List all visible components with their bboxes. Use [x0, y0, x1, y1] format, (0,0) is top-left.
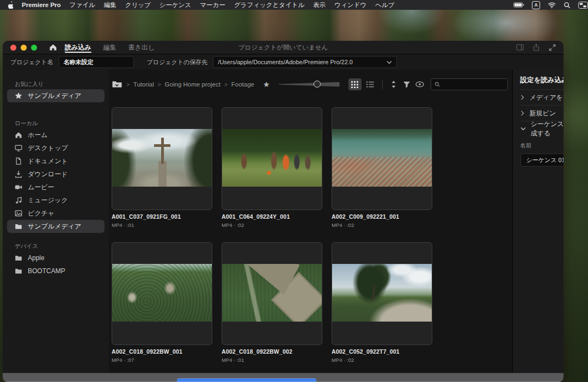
menu-graphics-titles[interactable]: グラフィックとタイトル [234, 1, 304, 9]
sidebar-item-bootcamp-device[interactable]: BOOTCAMP [7, 264, 105, 278]
folder-icon [15, 223, 22, 230]
sidebar-item-documents[interactable]: ドキュメント [7, 155, 105, 168]
slider-track[interactable] [279, 82, 340, 87]
sidebar-item-sample-media[interactable]: サンプルメディア [7, 220, 105, 233]
list-view-button[interactable] [364, 78, 377, 90]
media-card[interactable] [112, 107, 212, 210]
project-location-dropdown[interactable]: /Users/apple/Documents/Adobe/Premiere Pr… [213, 56, 397, 68]
premiere-pro-window: 読み込み 編集 書き出し プロジェクトが開いていません プロジェクト名 名称未設… [3, 41, 564, 382]
sidebar-item-sample-media-favorite[interactable]: サンプルメディア [7, 89, 105, 102]
menu-help[interactable]: ヘルプ [375, 1, 394, 9]
clip-name: A001_C064_09224Y_001 [222, 213, 322, 220]
chevron-right-icon[interactable] [520, 110, 525, 116]
menu-view[interactable]: 表示 [313, 1, 326, 9]
control-center-icon[interactable] [578, 2, 588, 9]
sort-button[interactable] [387, 78, 400, 90]
sidebar-item-label: ミュージック [28, 196, 68, 205]
sidebar: お気に入り サンプルメディア ローカル ホーム デスクトップ ドキュメント ダ [3, 70, 109, 373]
sidebar-item-music[interactable]: ミュージック [7, 194, 105, 207]
thumbnail-aerial-jungle-ruins [112, 264, 212, 322]
preview-toggle-button[interactable] [413, 78, 426, 90]
media-card[interactable] [332, 242, 432, 345]
tab-export[interactable]: 書き出し [128, 41, 155, 54]
search-input[interactable] [443, 81, 504, 88]
media-card[interactable] [332, 107, 432, 210]
fullscreen-icon[interactable] [549, 44, 556, 51]
breadcrumb-separator: > [224, 82, 228, 88]
media-cell: A002_C018_0922BW_001 MP4 · :07 [112, 242, 212, 363]
breadcrumb-footage[interactable]: Footage [231, 81, 254, 88]
sidebar-item-pictures[interactable]: ピクチャ [7, 207, 105, 220]
battery-icon[interactable] [513, 2, 524, 8]
toolbar-divider [382, 79, 383, 89]
folder-icon [15, 267, 22, 275]
tab-import[interactable]: 読み込み [65, 41, 91, 54]
minimize-button[interactable] [21, 45, 27, 51]
sequence-name-input[interactable]: シーケンス 01 [520, 153, 564, 167]
menu-sequence[interactable]: シーケンス [160, 1, 192, 9]
list-view-icon [366, 81, 374, 88]
chevron-right-icon[interactable] [520, 95, 525, 100]
media-cell: A001_C037_0921FG_001 MP4 · :01 [112, 107, 212, 228]
clip-name: A002_C009_092221_001 [332, 213, 432, 220]
slider-knob[interactable] [314, 81, 321, 88]
clip-name: A002_C018_0922BW_002 [222, 348, 322, 355]
sequence-name-label: 名前 [520, 142, 564, 150]
thumbnail-size-slider[interactable] [279, 80, 340, 89]
home-button[interactable] [49, 44, 57, 51]
menu-marker[interactable]: マーカー [200, 1, 225, 9]
menubar-app-name[interactable]: Premiere Pro [22, 2, 61, 8]
tab-edit[interactable]: 編集 [103, 41, 117, 54]
sidebar-section-devices: デバイス [3, 241, 109, 251]
menu-window[interactable]: ウィンドウ [334, 1, 366, 9]
setting-label: メディアをコピー [530, 93, 564, 102]
search-field[interactable] [431, 78, 508, 90]
media-card[interactable] [222, 242, 322, 345]
media-browser: > Tutorial > Going Home project > Footag… [109, 70, 512, 373]
sort-icon [390, 81, 397, 88]
setting-new-bin: 新規ビン [520, 105, 564, 121]
sidebar-item-home[interactable]: ホーム [7, 128, 105, 141]
share-icon[interactable] [532, 44, 540, 51]
sidebar-item-downloads[interactable]: ダウンロード [7, 168, 105, 181]
breadcrumb-tutorial[interactable]: Tutorial [133, 81, 154, 88]
clip-meta: MP4 · :02 [222, 222, 322, 228]
import-button[interactable] [177, 379, 316, 382]
chevron-down-icon[interactable] [520, 127, 526, 131]
project-location-value: /Users/apple/Documents/Adobe/Premiere Pr… [218, 59, 353, 65]
sidebar-item-label: ムービー [28, 183, 54, 192]
menu-clip[interactable]: クリップ [125, 1, 151, 9]
project-name-input[interactable]: 名称未設定 [59, 56, 134, 68]
breadcrumb-going-home-project[interactable]: Going Home project [165, 81, 220, 88]
grid-view-button[interactable] [348, 78, 362, 90]
clip-meta: MP4 · :02 [332, 357, 432, 363]
media-card[interactable] [112, 242, 212, 345]
media-folder-icon[interactable] [112, 80, 122, 89]
sidebar-item-label: ドキュメント [28, 157, 68, 166]
input-source-icon[interactable]: A [532, 1, 540, 9]
sidebar-item-apple-device[interactable]: Apple [7, 251, 105, 264]
sidebar-item-movies[interactable]: ムービー [7, 181, 105, 194]
sidebar-item-label: サンプルメディア [28, 91, 81, 101]
setting-label: シーケンスを新規作成する [531, 120, 564, 138]
favorite-star-icon[interactable]: ★ [263, 81, 270, 88]
wifi-icon[interactable] [548, 2, 556, 8]
close-button[interactable] [10, 45, 16, 51]
sidebar-item-desktop[interactable]: デスクトップ [7, 141, 105, 155]
media-card[interactable] [222, 107, 322, 210]
media-grid: A001_C037_0921FG_001 MP4 · :01 A001_C064… [112, 107, 508, 363]
media-cell: A002_C052_0922T7_001 MP4 · :02 [332, 242, 432, 363]
search-icon [434, 81, 440, 88]
chevron-down-icon [387, 60, 392, 64]
download-icon [15, 170, 22, 178]
picture-icon [15, 210, 22, 217]
menu-file[interactable]: ファイル [70, 1, 95, 9]
filter-button[interactable] [400, 78, 413, 90]
menu-edit[interactable]: 編集 [104, 1, 117, 9]
workspace-icon[interactable] [516, 44, 524, 51]
apple-menu[interactable] [8, 1, 14, 9]
zoom-button[interactable] [31, 45, 37, 51]
search-icon[interactable] [564, 2, 571, 9]
thumbnail-aerial-lake-town [332, 129, 432, 187]
sidebar-item-label: デスクトップ [28, 144, 68, 153]
